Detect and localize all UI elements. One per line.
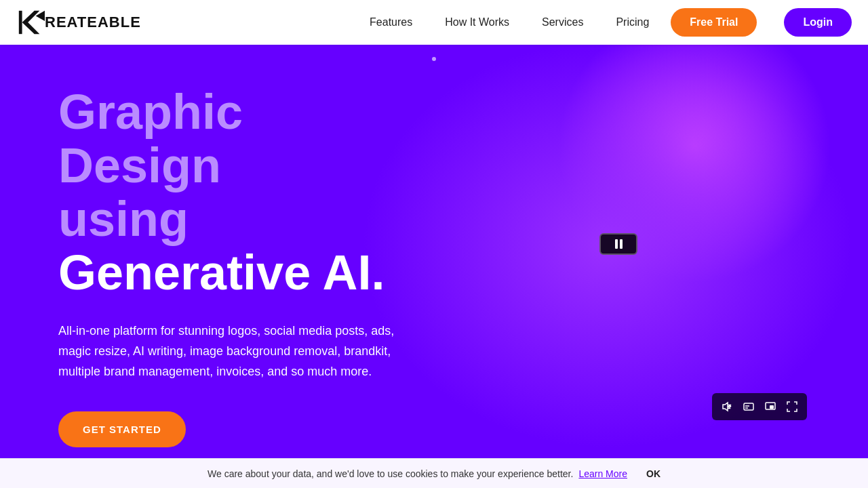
hero-heading-line1: Graphic Design bbox=[58, 85, 403, 192]
svg-rect-9 bbox=[770, 405, 774, 409]
hero-heading-line3: Generative AI. bbox=[58, 246, 403, 300]
logo-text: REATEABLE bbox=[45, 14, 141, 31]
hero-heading-line2: using bbox=[58, 192, 403, 246]
video-controls bbox=[599, 233, 637, 255]
fullscreen-button[interactable] bbox=[783, 397, 802, 416]
svg-marker-1 bbox=[22, 11, 40, 34]
navbar: REATEABLE Features How It Works Services… bbox=[0, 0, 868, 45]
logo-link[interactable]: REATEABLE bbox=[16, 8, 141, 37]
progress-indicator bbox=[432, 57, 436, 61]
pause-icon bbox=[615, 239, 623, 249]
svg-rect-5 bbox=[744, 403, 753, 410]
hero-description: All-in-one platform for stunning logos, … bbox=[58, 321, 403, 382]
nav-services[interactable]: Services bbox=[526, 0, 599, 45]
nav-links: Features How It Works Services Pricing F… bbox=[353, 0, 757, 45]
mute-icon bbox=[722, 401, 732, 412]
get-started-button[interactable]: GET STARTED bbox=[58, 411, 186, 447]
video-toolbar bbox=[712, 393, 807, 420]
learn-more-button[interactable]: Learn More bbox=[578, 468, 627, 479]
mute-button[interactable] bbox=[717, 397, 736, 416]
free-trial-button[interactable]: Free Trial bbox=[671, 8, 757, 37]
login-button[interactable]: Login bbox=[784, 8, 852, 37]
nav-how-it-works[interactable]: How It Works bbox=[429, 0, 526, 45]
logo-icon bbox=[16, 8, 45, 37]
pip-button[interactable] bbox=[761, 397, 780, 416]
hero-section: Graphic Design using Generative AI. All-… bbox=[0, 0, 868, 488]
fullscreen-icon bbox=[787, 401, 797, 412]
captions-icon bbox=[743, 401, 754, 412]
nav-pricing[interactable]: Pricing bbox=[599, 0, 665, 45]
hero-content: Graphic Design using Generative AI. All-… bbox=[0, 85, 461, 448]
svg-rect-0 bbox=[19, 11, 22, 34]
pip-icon bbox=[765, 401, 776, 412]
hero-heading: Graphic Design using Generative AI. bbox=[58, 85, 403, 300]
cookie-message: We care about your data, and we'd love t… bbox=[208, 468, 573, 479]
captions-button[interactable] bbox=[739, 397, 758, 416]
cookie-ok-button[interactable]: OK bbox=[646, 468, 660, 479]
nav-features[interactable]: Features bbox=[353, 0, 429, 45]
pause-button[interactable] bbox=[599, 233, 637, 255]
cookie-banner: We care about your data, and we'd love t… bbox=[0, 458, 868, 488]
